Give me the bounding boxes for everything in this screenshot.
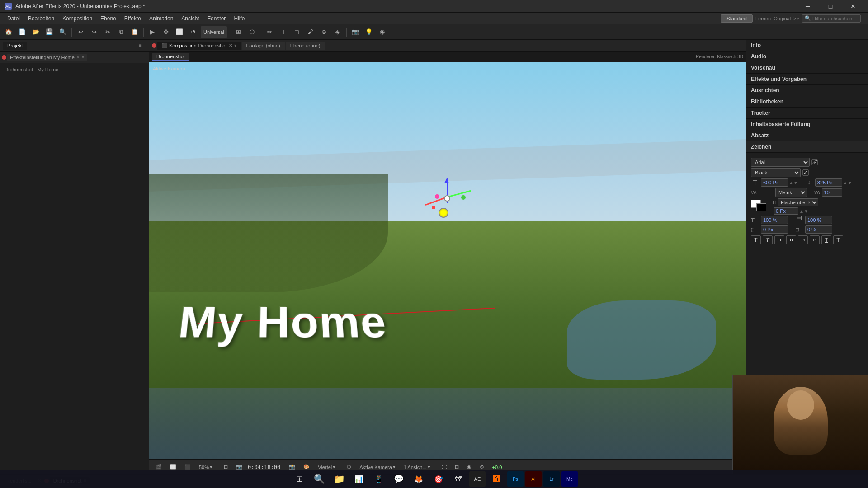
baseline-shift-input[interactable]	[761, 225, 788, 234]
eraser-tool[interactable]: ◈	[332, 26, 344, 38]
zoom-tool[interactable]: ⬜	[174, 26, 185, 38]
fill-stepper[interactable]: ▲▼	[799, 209, 808, 214]
redo-tool[interactable]: ↪	[88, 26, 100, 38]
size-stepper[interactable]: ▲▼	[789, 180, 798, 185]
taskbar-whatsapp[interactable]: 💬	[390, 471, 408, 487]
workspace-standard[interactable]: Standard	[721, 14, 753, 23]
workspace-learn[interactable]: Lernen	[755, 16, 771, 21]
save-tool[interactable]: 💾	[43, 26, 55, 38]
eff-tab-menu[interactable]: ▾	[82, 55, 84, 60]
tab-ebene[interactable]: Ebene (ohne)	[286, 42, 325, 50]
taskbar-phone[interactable]: 📱	[370, 471, 388, 487]
section-audio[interactable]: Audio	[746, 51, 868, 62]
expand-tool[interactable]: ⬡	[246, 26, 258, 38]
taskbar-me[interactable]: Me	[561, 471, 578, 487]
menu-hilfe[interactable]: Hilfe	[230, 14, 248, 23]
null-tool[interactable]: ◉	[377, 26, 388, 38]
hand-tool[interactable]: ✜	[160, 26, 172, 38]
section-effekte[interactable]: Effekte und Vorgaben	[746, 74, 868, 85]
clone-tool[interactable]: ⊕	[318, 26, 330, 38]
taskbar-app2[interactable]: AE	[469, 471, 486, 487]
workspace-original[interactable]: Original	[774, 16, 791, 21]
text-tool[interactable]: T	[278, 26, 289, 38]
maximize-button[interactable]: □	[820, 0, 841, 13]
taskbar-lr[interactable]: Lr	[543, 471, 560, 487]
rotate-tool[interactable]: ↺	[187, 26, 199, 38]
menu-animation[interactable]: Animation	[146, 14, 177, 23]
font-size-input[interactable]	[761, 178, 788, 187]
tab-effekteinstellungen[interactable]: Effekteinstellungen My Home ✕ ▾	[7, 54, 87, 61]
pen-tool[interactable]: ✏	[264, 26, 276, 38]
section-zeichen[interactable]: Zeichen ≡	[746, 141, 868, 153]
subtab-drohnenshot[interactable]: Drohnenshot	[152, 53, 189, 61]
taskbar-firefox[interactable]: 🦊	[410, 471, 428, 487]
undo-tool[interactable]: ↩	[75, 26, 86, 38]
section-vorschau[interactable]: Vorschau	[746, 62, 868, 74]
camera-tool[interactable]: 📷	[349, 26, 361, 38]
fill-type-select[interactable]: Fläche über Kon...	[778, 198, 818, 206]
fill-size-input[interactable]	[774, 207, 798, 215]
open-tool[interactable]: 📂	[30, 26, 42, 38]
taskbar-widgets[interactable]: 📊	[350, 471, 368, 487]
menu-bearbeiten[interactable]: Bearbeiten	[24, 14, 58, 23]
fmt-underline[interactable]: T	[821, 235, 831, 244]
section-absatz[interactable]: Absatz	[746, 130, 868, 141]
menu-ansicht[interactable]: Ansicht	[178, 14, 203, 23]
select-tool[interactable]: ▶	[146, 26, 158, 38]
font-select[interactable]: Arial	[751, 158, 810, 167]
comp-tab-menu[interactable]: ▾	[234, 43, 236, 48]
fmt-smallcaps[interactable]: Tt	[786, 235, 796, 244]
menu-komposition[interactable]: Komposition	[59, 14, 96, 23]
fmt-allcaps[interactable]: TT	[774, 235, 784, 244]
fmt-italic[interactable]: T	[763, 235, 773, 244]
viewport[interactable]: My Home Aktive Kamera	[149, 62, 746, 459]
menu-effekte[interactable]: Effekte	[121, 14, 145, 23]
stroke-color-swatch[interactable]	[756, 203, 766, 211]
fmt-super[interactable]: T1	[798, 235, 808, 244]
tsume-input[interactable]	[805, 225, 832, 234]
section-ausrichten[interactable]: Ausrichten	[746, 85, 868, 96]
menu-datei[interactable]: Datei	[4, 14, 24, 23]
lh-stepper[interactable]: ▲▼	[843, 180, 852, 185]
taskbar-explorer[interactable]: 📁	[330, 471, 348, 487]
taskbar-windows[interactable]: ⊞	[290, 471, 308, 487]
fmt-bold[interactable]: T	[751, 235, 761, 244]
taskbar-ai[interactable]: Ai	[525, 471, 542, 487]
horiz-scale-input[interactable]	[761, 216, 788, 224]
tab-projekt[interactable]: Projekt	[3, 42, 27, 50]
kerning-select[interactable]: Metrik	[775, 188, 807, 197]
menu-ebene[interactable]: Ebene	[97, 14, 120, 23]
paste-tool[interactable]: 📋	[129, 26, 141, 38]
new-tool[interactable]: 📄	[16, 26, 28, 38]
align-tool[interactable]: ⊞	[233, 26, 245, 38]
fmt-strikethrough[interactable]: T	[833, 235, 843, 244]
style-select[interactable]: Black	[751, 168, 801, 177]
universal-tool[interactable]: Universal	[201, 26, 227, 38]
search-tool[interactable]: 🔍	[57, 26, 69, 38]
taskbar-maps[interactable]: 🗺	[449, 471, 467, 487]
section-inhalt[interactable]: Inhaltsbasierte Füllung	[746, 119, 868, 130]
cut-tool[interactable]: ✂	[102, 26, 113, 38]
section-bibliotheken[interactable]: Bibliotheken	[746, 96, 868, 108]
line-height-input[interactable]	[815, 178, 842, 187]
style-btn[interactable]: ✓	[802, 169, 809, 176]
home-tool[interactable]: 🏠	[3, 26, 14, 38]
fmt-sub[interactable]: T1	[810, 235, 820, 244]
tab-komposition[interactable]: ⬛ Komposition Drohnenshot ✕ ▾	[157, 42, 241, 50]
minimize-button[interactable]: ─	[797, 0, 818, 13]
eff-tab-close[interactable]: ✕	[76, 55, 80, 60]
vert-scale-input[interactable]	[805, 216, 832, 224]
comp-tab-close[interactable]: ✕	[229, 43, 232, 48]
section-info[interactable]: Info	[746, 40, 868, 51]
shape-tool[interactable]: ◻	[291, 26, 303, 38]
tab-footage[interactable]: Footage (ohne)	[242, 42, 285, 50]
taskbar-ps[interactable]: Ps	[507, 471, 524, 487]
workspace-expand[interactable]: >>	[793, 16, 799, 21]
taskbar-app1[interactable]: 🎯	[429, 471, 448, 487]
tracking-input[interactable]	[822, 188, 842, 197]
close-button[interactable]: ✕	[843, 0, 863, 13]
section-tracker[interactable]: Tracker	[746, 108, 868, 119]
menu-fenster[interactable]: Fenster	[204, 14, 230, 23]
taskbar-app3[interactable]: 🅰	[487, 471, 505, 487]
panel-menu[interactable]: ≡	[134, 40, 146, 52]
